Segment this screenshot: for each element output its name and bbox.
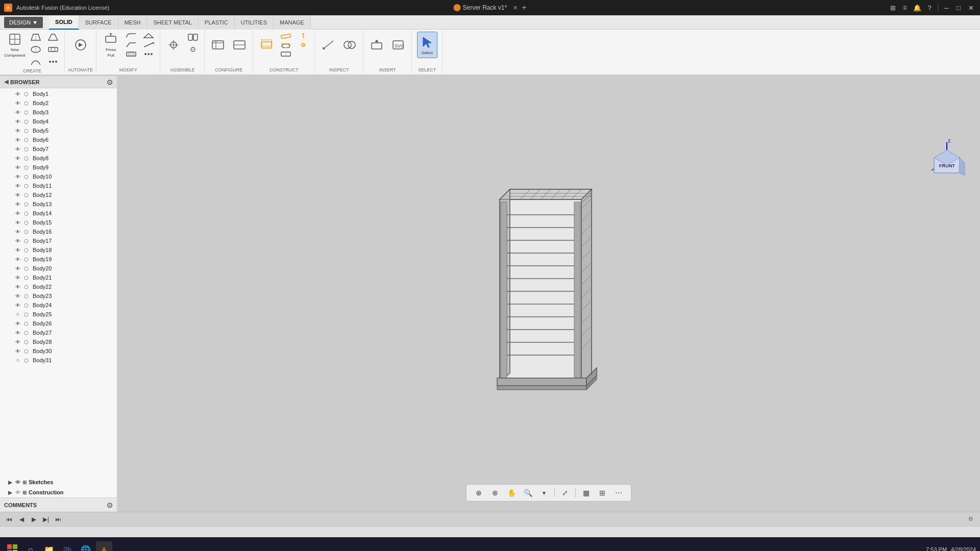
windows-start-icon[interactable] [4,541,20,551]
insert-mesh-button[interactable] [366,32,387,58]
shell-button[interactable] [123,50,139,58]
visibility-icon[interactable]: 👁 [15,339,22,345]
loft-button[interactable] [45,32,61,43]
tab-solid[interactable]: SOLID [49,15,79,30]
browser-item-body18[interactable]: 👁 ⬡ Body18 [0,245,117,255]
press-pull-button[interactable]: Press Pull [100,32,122,58]
visibility-icon[interactable]: 👁 [15,146,22,152]
taskbar-browser-icon[interactable]: 🌐 [78,541,94,551]
visibility-icon[interactable]: 👁 [15,321,22,327]
create-more-button[interactable] [45,56,61,67]
browser-group-construction[interactable]: ▶ 👁 ⊞ Construction [0,487,117,497]
close-button[interactable]: ✕ [966,3,976,13]
joint-button[interactable] [163,32,184,58]
plane-at-angle-button[interactable] [278,32,294,40]
browser-item-body23[interactable]: 👁 ⬡ Body23 [0,291,117,300]
visibility-icon[interactable]: 👁 [15,330,22,336]
visibility-icon[interactable]: 👁 [15,101,22,106]
look-at-button[interactable]: ⊗ [488,487,502,499]
measure-button[interactable] [318,32,338,58]
design-mode-button[interactable]: DESIGN ▼ [4,17,43,28]
grid-settings-button[interactable]: ⊞ [595,487,609,499]
insert-svg-button[interactable]: SVG [388,32,408,58]
construct-axis-button[interactable] [295,32,311,40]
browser-settings-icon[interactable]: ⊙ [107,78,113,86]
browser-item-body27[interactable]: 👁 ⬡ Body27 [0,328,117,337]
browser-item-body31[interactable]: 👁 ⬡ Body31 [0,356,117,365]
visibility-icon[interactable]: 👁 [15,266,22,271]
select-button[interactable]: Select [417,32,437,58]
tab-close-icon[interactable]: ✕ [513,5,518,11]
as-built-joint-button[interactable] [185,32,201,43]
browser-item-body25[interactable]: 👁 ⬡ Body25 [0,310,117,319]
scale-button[interactable] [140,41,157,49]
visibility-icon[interactable]: 👁 [15,137,22,143]
browser-item-body22[interactable]: 👁 ⬡ Body22 [0,282,117,291]
construct-point-button[interactable] [295,41,311,49]
browser-item-body10[interactable]: 👁 ⬡ Body10 [0,172,117,181]
browser-item-body21[interactable]: 👁 ⬡ Body21 [0,273,117,282]
zoom-dropdown[interactable]: ▼ [537,487,551,499]
browser-item-body6[interactable]: 👁 ⬡ Body6 [0,135,117,144]
visibility-icon[interactable]: 👁 [15,303,22,308]
tab-utilities[interactable]: UTILITIES [235,15,274,30]
browser-item-body12[interactable]: 👁 ⬡ Body12 [0,190,117,199]
visibility-icon[interactable]: 👁 [15,247,22,253]
browser-item-body13[interactable]: 👁 ⬡ Body13 [0,199,117,209]
browser-item-body9[interactable]: 👁 ⬡ Body9 [0,163,117,172]
browser-item-body20[interactable]: 👁 ⬡ Body20 [0,264,117,273]
modify-more-button[interactable] [140,50,157,58]
sweep-button[interactable] [28,56,44,67]
timeline-last-button[interactable]: ⏭ [53,514,63,524]
user-icon[interactable]: ① [900,3,910,13]
more-settings-button[interactable]: ⋯ [611,487,626,499]
browser-item-body16[interactable]: 👁 ⬡ Body16 [0,227,117,236]
tab-surface[interactable]: SURFACE [79,15,118,30]
orbit-button[interactable]: ⊕ [472,487,486,499]
visibility-icon[interactable]: 👁 [15,348,22,354]
browser-item-body1[interactable]: 👁 ⬡ Body1 [0,89,117,98]
tab-sheet-metal[interactable]: SHEET METAL [147,15,198,30]
restore-button[interactable]: □ [953,3,964,13]
browser-item-body4[interactable]: 👁 ⬡ Body4 [0,117,117,126]
tab-add-icon[interactable]: + [522,3,526,12]
chamfer-button[interactable] [123,41,139,49]
browser-item-body15[interactable]: 👁 ⬡ Body15 [0,218,117,227]
visibility-icon[interactable]: 👁 [15,275,22,281]
browser-item-body3[interactable]: 👁 ⬡ Body3 [0,108,117,117]
interference-button[interactable] [339,32,360,58]
timeline-first-button[interactable]: ⏮ [4,514,14,524]
new-component-button[interactable]: New Component [3,32,27,58]
browser-item-body26[interactable]: 👁 ⬡ Body26 [0,319,117,328]
browser-item-body8[interactable]: 👁 ⬡ Body8 [0,154,117,163]
tab-manage[interactable]: MANAGE [274,15,311,30]
tab-plastic[interactable]: PLASTIC [199,15,235,30]
browser-item-body11[interactable]: 👁 ⬡ Body11 [0,181,117,190]
taskbar-app-icon[interactable]: A [96,541,112,551]
sketches-eye-icon[interactable]: 👁 [15,480,20,485]
timeline-prev-button[interactable]: ◀ [16,514,27,524]
offset-plane-button[interactable] [256,32,277,58]
visibility-icon[interactable]: 👁 [15,257,22,262]
visibility-icon[interactable]: 👁 [15,156,22,161]
visibility-icon[interactable]: 👁 [15,119,22,124]
taskbar-search-icon[interactable]: ⌕ [22,541,39,551]
browser-item-body17[interactable]: 👁 ⬡ Body17 [0,236,117,245]
visibility-icon[interactable]: 👁 [15,202,22,207]
browser-item-body28[interactable]: 👁 ⬡ Body28 [0,337,117,346]
configure-button[interactable] [208,32,228,58]
timeline-next-button[interactable]: ▶| [41,514,51,524]
visibility-icon[interactable]: 👁 [15,293,22,299]
midplane-button[interactable] [278,50,294,58]
browser-item-body24[interactable]: 👁 ⬡ Body24 [0,300,117,310]
help-icon[interactable]: ? [924,3,935,13]
visibility-icon[interactable]: 👁 [15,174,22,180]
automate-button[interactable] [70,32,91,58]
visibility-icon[interactable]: 👁 [15,128,22,134]
viewport[interactable]: Z FRONT ⊕ ⊗ ✋ 🔍 ▼ ⤢ ▦ ⊞ ⋯ [117,76,980,512]
visibility-icon[interactable]: 👁 [15,284,22,290]
visibility-icon[interactable]: 👁 [15,91,22,97]
taskbar-files-icon[interactable]: 📁 [41,541,57,551]
visibility-icon[interactable]: 👁 [15,229,22,235]
fit-button[interactable]: ⤢ [558,487,572,499]
